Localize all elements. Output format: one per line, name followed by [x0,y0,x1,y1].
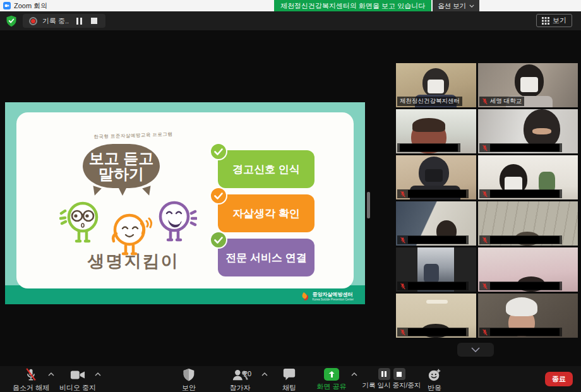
unmute-button[interactable]: 음소거 해제 [10,368,52,392]
video-options-chevron[interactable] [95,372,101,376]
participant-name: 제천정신건강복지센터 [400,97,460,105]
recording-pause-button[interactable] [74,16,84,25]
check-badge-3-icon [210,231,227,249]
speak-character-icon [155,199,197,244]
participants-button[interactable]: 참가자 20 [222,368,258,392]
mic-muted-icon [400,191,406,198]
check-badge-2-icon [210,187,227,205]
participant-name: 세명 대학교 [490,97,522,105]
slide-title: 생명지킴이 [48,250,219,273]
participants-count: 20 [244,370,251,377]
share-screen-icon [324,368,339,381]
share-options-chevron[interactable] [351,372,357,376]
vertical-scrollbar-thumb[interactable] [367,192,370,218]
mic-muted-icon [482,145,488,151]
redacted-name [408,282,466,290]
security-button[interactable]: 보안 [176,368,202,392]
screen-share-banner: 제천정신건강복지센터의 화면을 보고 있습니다 [274,0,431,11]
kspc-logo-text: 중앙자살예방센터 [312,291,354,298]
mic-muted-icon [400,329,406,336]
stop-video-button[interactable]: 비디오 중지 [58,368,97,392]
step-3-label: 전문 서비스 연결 [225,251,306,265]
redacted-name [408,236,466,244]
share-screen-label: 화면 공유 [316,382,346,391]
view-options-label: 옵션 보기 [438,0,466,11]
share-screen-button[interactable]: 화면 공유 [313,368,350,391]
view-button[interactable]: 보기 [536,14,572,27]
redacted-name [490,190,560,198]
step-box-3: 전문 서비스 연결 [218,239,314,276]
mic-muted-icon [482,237,488,244]
shield-icon [183,368,195,382]
chevron-down-icon [471,347,480,352]
slide-characters [59,188,192,246]
mic-muted-icon [482,283,488,290]
mic-muted-icon [400,237,406,244]
participant-tile[interactable] [478,294,578,338]
step-box-1: 경고신호 인식 [218,150,314,188]
participant-tile[interactable] [396,247,476,292]
unmute-label: 음소거 해제 [13,383,49,392]
kspc-logo: 중앙자살예방센터 Korea Suicide Prevention Center [301,291,354,301]
participant-tile-active-speaker[interactable]: 제천정신건강복지센터 [396,63,476,107]
video-camera-icon [70,368,85,382]
redacted-name [408,190,466,198]
end-meeting-button[interactable]: 종료 [545,372,573,386]
redacted-name [400,144,458,151]
recording-stop-button[interactable] [89,16,99,25]
step-box-2: 자살생각 확인 [218,194,314,232]
scroll-participants-button[interactable] [457,343,494,357]
participant-tile[interactable] [396,201,476,246]
participants-label: 참가자 [230,383,251,392]
meeting-topbar: 기록 중.. 보기 [0,11,581,30]
see-character-icon [59,199,101,246]
meeting-toolbar: 음소거 해제 비디오 중지 보안 참가자 20 채팅 [0,366,581,392]
record-pause-icon[interactable] [378,368,390,380]
recording-dot-icon [29,17,37,25]
mic-muted-icon [400,283,406,290]
participant-tile[interactable] [396,109,476,153]
record-label: 기록 일시 중지/중지 [362,381,421,390]
mic-muted-icon [482,98,488,105]
redacted-name [490,328,560,336]
encryption-shield-icon[interactable] [5,15,18,27]
view-options-button[interactable]: 옵션 보기 [433,0,479,11]
mic-muted-icon [482,329,488,336]
chevron-down-icon [469,4,474,8]
participant-tile[interactable]: 세명 대학교 [478,63,578,107]
slide-tagline: 한국형 표준자살예방교육 프로그램 [70,131,196,141]
participants-options-chevron[interactable] [261,372,268,376]
redacted-name [490,236,560,244]
mic-muted-icon [482,191,488,198]
kspc-logo-subtext: Korea Suicide Prevention Center [312,298,354,301]
recording-label: 기록 중.. [42,16,69,26]
step-1-label: 경고신호 인식 [232,162,300,177]
record-stop-icon[interactable] [393,368,405,380]
participant-tile[interactable] [396,294,476,338]
bubble-line1: 보고 듣고 [83,150,160,166]
participant-tile[interactable] [478,201,578,246]
check-badge-1-icon [210,143,227,160]
reactions-button[interactable]: 반응 [422,368,447,392]
participant-tile[interactable] [396,155,476,199]
window-title: Zoom 회의 [14,1,47,11]
smiley-plus-icon [428,368,441,382]
recording-controls[interactable]: 기록 일시 중지/중지 [361,368,422,390]
zoom-app-icon [3,2,11,9]
slide-card: 한국형 표준자살예방교육 프로그램 보고 듣고 말하기 [16,112,354,288]
chat-bubble-icon [282,368,296,382]
chat-label: 채팅 [282,383,296,392]
grid-view-icon [542,17,549,25]
mic-muted-icon [24,368,38,382]
mic-options-chevron[interactable] [48,372,54,376]
reactions-label: 반응 [428,383,441,392]
chat-button[interactable]: 채팅 [277,368,302,392]
kspc-logo-icon [301,292,309,301]
participant-tile[interactable] [478,247,578,292]
slide-speech-bubble: 보고 듣고 말하기 [83,144,160,188]
participant-tile[interactable] [478,109,578,153]
participant-tile[interactable] [478,155,578,199]
participant-grid: 제천정신건강복지센터 세명 대학교 [396,63,578,338]
zoom-meeting-window: Zoom 회의 제천정신건강복지센터의 화면을 보고 있습니다 옵션 보기 기록… [0,0,581,392]
redacted-name [490,282,560,290]
